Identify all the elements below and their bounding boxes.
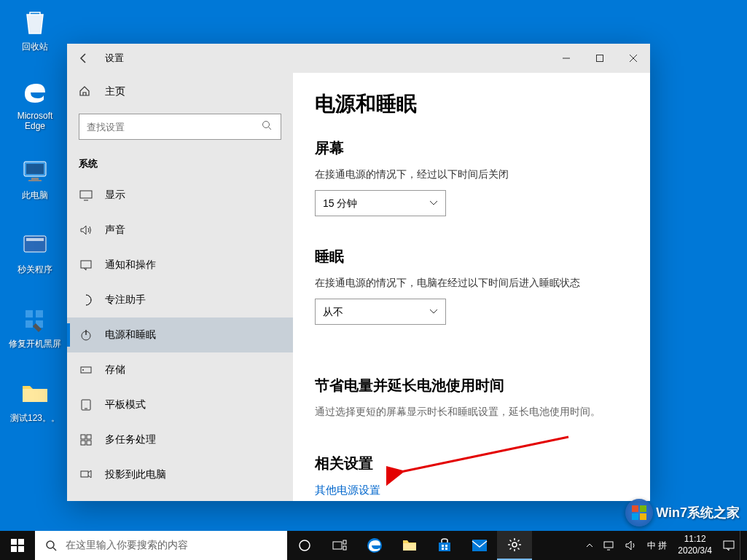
- svg-rect-40: [333, 542, 342, 549]
- folder-icon: [20, 379, 50, 409]
- storage-icon: [79, 363, 93, 376]
- svg-rect-25: [81, 441, 85, 445]
- sleep-desc: 在接通电源的情况下，电脑在经过以下时间后进入睡眠状态: [315, 277, 628, 290]
- save-header: 节省电量并延长电池使用时间: [315, 376, 628, 395]
- svg-rect-16: [81, 261, 91, 268]
- minimize-button[interactable]: [550, 44, 583, 73]
- taskbar-search[interactable]: 在这里输入你要搜索的内容: [35, 531, 287, 560]
- svg-rect-5: [26, 238, 44, 241]
- desktop-icon-label: 测试123。。: [10, 412, 60, 425]
- svg-rect-34: [18, 539, 24, 545]
- taskbar-edge[interactable]: [357, 531, 392, 560]
- watermark: Win7系统之家: [625, 499, 740, 527]
- svg-rect-32: [640, 513, 646, 520]
- tray-ime[interactable]: 中 拼: [642, 531, 672, 560]
- maximize-button[interactable]: [583, 44, 617, 73]
- system-tray: 中 拼 11:12 2020/3/4: [581, 531, 747, 560]
- tray-clock[interactable]: 11:12 2020/3/4: [672, 534, 718, 556]
- svg-point-37: [47, 541, 54, 548]
- nav-label: 专注助手: [105, 293, 146, 307]
- sleep-timeout-select[interactable]: 从不: [315, 299, 446, 325]
- nav-tablet[interactable]: 平板模式: [67, 387, 293, 422]
- search-icon: [262, 120, 273, 133]
- desktop-icon-label: 修复开机黑屏: [9, 338, 61, 350]
- svg-rect-36: [18, 546, 24, 552]
- nav-sound[interactable]: 声音: [67, 213, 293, 248]
- svg-rect-44: [403, 543, 416, 551]
- nav-notifications[interactable]: 通知和操作: [67, 248, 293, 283]
- tray-expand[interactable]: [581, 531, 598, 560]
- desktop-icon-this-pc[interactable]: 此电脑: [7, 156, 63, 202]
- save-desc: 通过选择更短的屏幕显示时长和睡眠设置，延长电池使用时间。: [315, 406, 628, 419]
- taskbar-store[interactable]: [427, 531, 462, 560]
- nav-label: 电源和睡眠: [105, 328, 156, 342]
- nav-label: 多任务处理: [105, 433, 156, 446]
- nav-project[interactable]: 投影到此电脑: [67, 457, 293, 492]
- notifications-icon: [79, 259, 93, 272]
- svg-rect-7: [36, 310, 43, 318]
- screen-timeout-select[interactable]: 15 分钟: [315, 190, 446, 216]
- tray-network[interactable]: [598, 531, 620, 560]
- svg-rect-27: [81, 471, 88, 477]
- svg-rect-52: [604, 542, 613, 548]
- category-header: 系统: [67, 146, 293, 178]
- desktop-icon-edge[interactable]: Microsoft Edge: [7, 77, 63, 131]
- taskbar-mail[interactable]: [462, 531, 497, 560]
- nav-power-sleep[interactable]: 电源和睡眠: [67, 318, 293, 352]
- screen-desc: 在接通电源的情况下，经过以下时间后关闭: [315, 168, 628, 181]
- action-center[interactable]: [718, 531, 740, 560]
- svg-line-38: [53, 548, 56, 551]
- desktop-icon-label: Microsoft Edge: [7, 111, 63, 131]
- project-icon: [79, 468, 93, 481]
- desktop-icon-test-folder[interactable]: 测试123。。: [7, 379, 63, 425]
- desktop-icon-recycle-bin[interactable]: 回收站: [7, 7, 63, 53]
- home-icon: [79, 85, 93, 99]
- taskbar-settings[interactable]: [497, 531, 532, 560]
- nav-storage[interactable]: 存储: [67, 352, 293, 387]
- nav-label: 通知和操作: [105, 259, 156, 272]
- watermark-text: Win7系统之家: [656, 504, 740, 521]
- desktop-icon-quick-close[interactable]: 秒关程序: [7, 230, 63, 276]
- taskbar-explorer[interactable]: [392, 531, 427, 560]
- taskbar: 在这里输入你要搜索的内容 中 拼 11:12 2020/3/4: [0, 531, 747, 560]
- svg-point-12: [263, 122, 270, 128]
- task-view-button[interactable]: [322, 531, 357, 560]
- tray-volume[interactable]: [620, 531, 642, 560]
- search-input[interactable]: [87, 122, 262, 133]
- page-title: 电源和睡眠: [315, 90, 628, 118]
- nav-label: 显示: [105, 189, 125, 202]
- svg-rect-49: [445, 548, 447, 550]
- svg-rect-11: [597, 55, 603, 62]
- screen-header: 屏幕: [315, 138, 628, 158]
- search-placeholder: 在这里输入你要搜索的内容: [66, 539, 188, 552]
- svg-rect-50: [472, 540, 487, 551]
- other-power-settings-link[interactable]: 其他电源设置: [315, 484, 628, 497]
- nav-multitask[interactable]: 多任务处理: [67, 422, 293, 457]
- svg-rect-29: [632, 505, 638, 512]
- display-icon: [79, 189, 93, 202]
- desktop-icon-fix-black[interactable]: 修复开机黑屏: [7, 304, 63, 350]
- back-button[interactable]: [67, 44, 101, 73]
- settings-window: 设置 主页 系统 显示 声音: [67, 44, 650, 501]
- svg-rect-23: [81, 435, 85, 439]
- svg-rect-45: [439, 543, 450, 551]
- tray-time-value: 11:12: [678, 534, 712, 545]
- svg-rect-54: [724, 541, 734, 548]
- nav-display[interactable]: 显示: [67, 178, 293, 213]
- multitask-icon: [79, 433, 93, 446]
- search-box[interactable]: [79, 114, 281, 140]
- home-button[interactable]: 主页: [67, 76, 293, 108]
- svg-line-13: [269, 127, 272, 130]
- svg-rect-42: [343, 546, 346, 550]
- tray-date-value: 2020/3/4: [678, 545, 712, 557]
- edge-icon: [20, 77, 50, 108]
- start-button[interactable]: [0, 531, 35, 560]
- app-icon: [20, 304, 50, 335]
- nav-focus[interactable]: 专注助手: [67, 283, 293, 318]
- svg-rect-47: [445, 545, 447, 547]
- this-pc-icon: [20, 156, 50, 186]
- show-desktop-button[interactable]: [740, 531, 744, 560]
- svg-point-39: [300, 540, 310, 551]
- close-button[interactable]: [617, 44, 650, 73]
- cortana-button[interactable]: [287, 531, 322, 560]
